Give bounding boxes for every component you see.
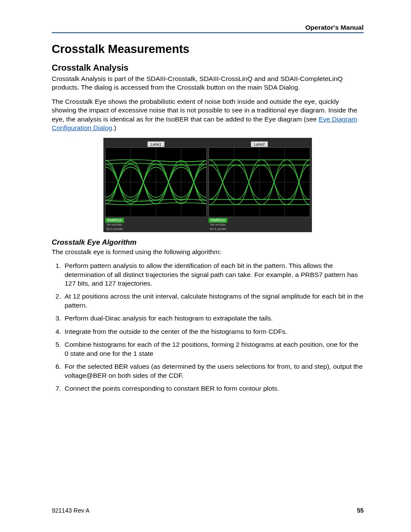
para-eye-text-b: .) [112,124,116,131]
step-item: Combine histograms for each of the 12 po… [63,340,364,358]
step-item: Perform pattern analysis to allow the id… [63,261,364,288]
lane2-eye-diagram [209,147,310,217]
step-item: Connect the points corresponding to cons… [63,384,364,393]
para-algorithm-intro: The crosstalk eye is formed using the fo… [52,248,364,256]
para-eye-desc: The Crosstalk Eye shows the probabilisti… [52,97,364,133]
lane2-panel: Lane2 [209,140,310,231]
lane2-badge: XtalkEye [209,218,227,223]
step-item: Integrate from the outside to the center… [63,327,364,336]
lane1-panel: Lane1 [105,140,207,231]
step-item: Perform dual-Dirac analysis for each his… [63,314,364,323]
para-eye-text-a: The Crosstalk Eye shows the probabilisti… [52,98,357,123]
step-item: For the selected BER values (as determin… [63,362,364,380]
lane1-eye-diagram [105,147,207,217]
lane1-badge: XtalkEye [105,218,124,223]
lane2-hscale: 26.4 ps/div [209,227,227,231]
step-item: At 12 positions across the unit interval… [63,292,364,310]
doc-id: 921143 Rev A [52,507,90,514]
lane2-tab: Lane2 [251,141,268,147]
lane1-hscale: 26.0 ps/div [105,227,124,231]
para-intro: Crosstalk Analysis is part of the SDAIII… [52,75,364,92]
lane1-vscale: 54 mV/div [105,223,124,227]
lane2-vscale: 54 mV/div [209,223,227,227]
page-number: 55 [357,507,364,514]
lane1-tab: Lane1 [147,141,164,147]
running-header: Operator's Manual [52,24,364,33]
algorithm-steps: Perform pattern analysis to allow the id… [52,261,364,393]
page-title: Crosstalk Measurements [52,43,364,56]
figure-wrapper: Lane1 [52,138,364,232]
subheading-algorithm: Crosstalk Eye Algorithm [52,238,364,247]
crosstalk-eye-figure: Lane1 [103,138,312,232]
section-heading: Crosstalk Analysis [52,63,364,73]
